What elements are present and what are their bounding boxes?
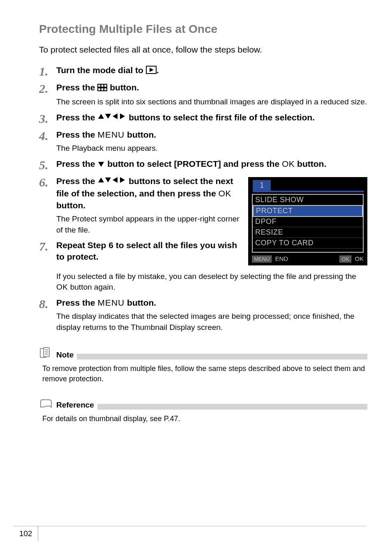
step-number: 4. — [39, 129, 56, 154]
svg-marker-15 — [105, 177, 111, 182]
down-arrow-icon — [97, 160, 105, 169]
note-icon — [39, 347, 53, 359]
step-number: 1. — [39, 65, 56, 78]
svg-rect-7 — [101, 88, 104, 90]
text: . — [157, 65, 159, 75]
ok-glyph: OK — [218, 189, 231, 198]
svg-marker-10 — [105, 114, 111, 119]
svg-marker-12 — [120, 113, 125, 119]
note-bar — [77, 354, 367, 359]
ok-glyph: OK — [56, 283, 68, 291]
step-number: 6. — [39, 175, 56, 235]
step-2: 2. Press the button. The screen is split… — [39, 82, 367, 108]
text: button. — [56, 200, 85, 210]
step-6-heading: Press the buttons to select the next fil… — [56, 175, 240, 211]
thumbnail-grid-icon — [97, 83, 107, 93]
text: Press the — [56, 159, 97, 168]
step-8-heading: Press the MENU button. — [56, 297, 367, 309]
step-7: 7. Repeat Step 6 to select all the files… — [39, 240, 240, 263]
text: If you selected a file by mistake, you c… — [56, 272, 356, 281]
step-4: 4. Press the MENU button. The Playback m… — [39, 129, 367, 154]
spacer — [39, 269, 56, 293]
svg-marker-1 — [150, 68, 154, 72]
menu-glyph: MENU — [97, 130, 125, 139]
menu-item-copy: COPY TO CARD — [253, 238, 363, 249]
step-8: 8. Press the MENU button. The display in… — [39, 297, 367, 333]
footer-end-label: END — [275, 255, 288, 262]
text: button again. — [68, 283, 115, 291]
step-number: 8. — [39, 297, 56, 333]
step-7-description: If you selected a file by mistake, you c… — [56, 271, 367, 293]
svg-marker-17 — [120, 177, 125, 183]
ok-glyph: OK — [282, 159, 295, 168]
menu-footer: MENU END OK OK — [252, 254, 364, 263]
step-7-desc-row: If you selected a file by mistake, you c… — [39, 269, 367, 293]
reference-icon — [39, 398, 53, 410]
step-number: 3. — [39, 112, 56, 125]
camera-menu-screenshot: 1 SLIDE SHOW PROTECT DPOF RESIZE COPY TO… — [248, 177, 367, 265]
step-4-description: The Playback menu appears. — [56, 143, 367, 154]
text: button. — [125, 130, 156, 139]
svg-marker-14 — [98, 177, 104, 182]
note-text: To remove protection from multiple files… — [42, 364, 367, 384]
svg-rect-19 — [44, 348, 49, 357]
reference-bar — [97, 404, 367, 410]
playback-mode-icon — [146, 66, 157, 76]
reference-block: Reference For details on thumbnail displ… — [39, 398, 367, 424]
step-5: 5. Press the button to select [PROTECT] … — [39, 158, 367, 171]
step-4-heading: Press the MENU button. — [56, 129, 367, 141]
step-7-heading: Repeat Step 6 to select all the files yo… — [56, 240, 240, 263]
step-number: 5. — [39, 158, 56, 171]
section-title: Protecting Multiple Files at Once — [39, 23, 367, 36]
text: Turn the mode dial to — [56, 65, 146, 75]
svg-rect-8 — [104, 88, 106, 90]
svg-rect-5 — [104, 85, 106, 87]
text: Press the — [56, 130, 97, 139]
svg-marker-9 — [98, 114, 104, 119]
step-5-heading: Press the button to select [PROTECT] and… — [56, 158, 367, 171]
reference-label: Reference — [56, 401, 94, 410]
step-6-description: The Protect symbol appears in the upper-… — [56, 214, 240, 235]
tab-underline — [253, 191, 364, 192]
step-2-description: The screen is split into six sections an… — [56, 97, 367, 108]
step-6: 6. Press the buttons to select the next … — [39, 175, 240, 235]
reference-text: For details on thumbnail display, see P.… — [42, 414, 367, 424]
text: buttons to select the first file of the … — [126, 113, 315, 122]
svg-marker-13 — [98, 162, 104, 167]
step-8-description: The display indicates that the selected … — [56, 311, 367, 333]
menu-item-slideshow: SLIDE SHOW — [253, 195, 363, 205]
dpad-all-icon — [97, 177, 126, 187]
footer-menu-button-label: MENU — [252, 256, 272, 263]
text: Press the — [56, 113, 97, 122]
menu-list: SLIDE SHOW PROTECT DPOF RESIZE COPY TO C… — [252, 194, 364, 253]
step-3-heading: Press the buttons to select the first fi… — [56, 112, 367, 124]
step-1: 1. Turn the mode dial to . — [39, 65, 367, 78]
svg-rect-4 — [101, 85, 104, 87]
step-1-heading: Turn the mode dial to . — [56, 65, 367, 77]
text: Press the — [56, 83, 97, 92]
menu-tab: 1 — [253, 180, 271, 191]
menu-glyph: MENU — [97, 298, 125, 307]
dpad-all-icon — [97, 113, 126, 123]
page-number: 102 — [14, 526, 38, 541]
text: button to select [PROTECT] and press the — [105, 159, 282, 168]
svg-rect-6 — [98, 88, 100, 90]
intro-text: To protect selected files all at once, f… — [39, 45, 367, 55]
menu-item-resize: RESIZE — [253, 227, 363, 238]
svg-marker-11 — [113, 113, 118, 119]
footer-ok-label: OK — [355, 255, 364, 262]
menu-item-protect: PROTECT — [253, 205, 363, 217]
footer-ok-button-label: OK — [339, 256, 351, 263]
step-number: 2. — [39, 82, 56, 108]
text: button. — [125, 298, 156, 307]
text: button. — [107, 83, 139, 92]
text: Press the — [56, 298, 97, 307]
text: Press the — [56, 176, 97, 186]
svg-rect-3 — [98, 85, 100, 87]
svg-marker-16 — [113, 177, 118, 183]
menu-item-dpof: DPOF — [253, 217, 363, 227]
note-block: Note To remove protection from multiple … — [39, 347, 367, 384]
note-label: Note — [56, 350, 74, 359]
step-2-heading: Press the button. — [56, 82, 367, 94]
step-3: 3. Press the buttons to select the first… — [39, 112, 367, 125]
